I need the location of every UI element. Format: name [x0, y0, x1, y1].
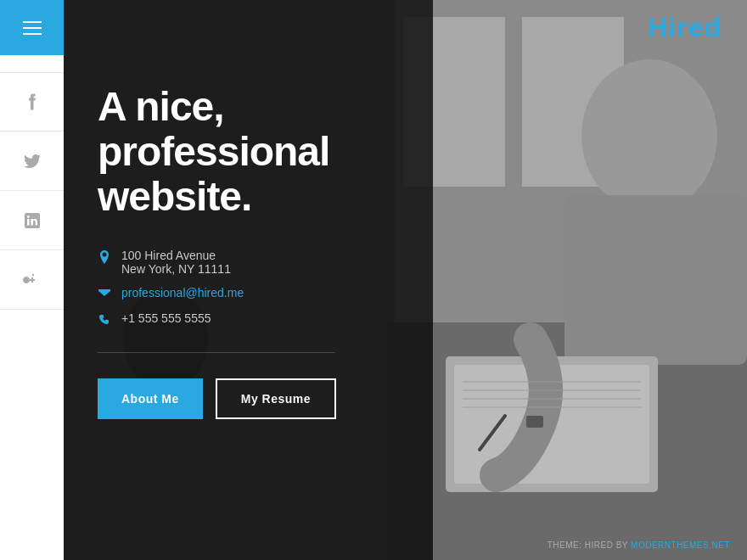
svg-rect-10: [526, 416, 543, 428]
footer: THEME: HIRED BY MODERNTHEMES.NET: [548, 540, 730, 550]
sidebar-header: [0, 0, 64, 55]
phone-icon: [98, 313, 111, 327]
divider: [98, 352, 335, 353]
hero-title: A nice, professional website.: [98, 85, 336, 219]
address-text: 100 Hired Avenue New York, NY 11111: [121, 249, 231, 276]
twitter-icon[interactable]: [0, 132, 64, 191]
hero-content: A nice, professional website. 100 Hired …: [98, 85, 336, 419]
cta-buttons: About Me My Resume: [98, 378, 336, 419]
location-icon: [98, 250, 111, 264]
menu-button[interactable]: [23, 21, 42, 35]
sidebar: [0, 0, 64, 560]
footer-link[interactable]: MODERNTHEMES.NET: [631, 540, 730, 550]
brand-logo: Hired: [648, 12, 722, 43]
social-icons-list: [0, 72, 64, 310]
email-item: professional@hired.me: [98, 286, 336, 301]
linkedin-icon[interactable]: [0, 191, 64, 250]
main-content: Hired A nice, professional website. 100 …: [64, 0, 747, 560]
contact-info: 100 Hired Avenue New York, NY 11111 prof…: [98, 249, 336, 327]
googleplus-icon[interactable]: [0, 250, 64, 310]
address-item: 100 Hired Avenue New York, NY 11111: [98, 249, 336, 276]
phone-item: +1 555 555 5555: [98, 311, 336, 327]
facebook-icon[interactable]: [0, 72, 64, 132]
resume-button[interactable]: My Resume: [216, 378, 336, 419]
svg-point-5: [581, 59, 717, 212]
email-link[interactable]: professional@hired.me: [121, 286, 244, 300]
svg-rect-6: [564, 195, 747, 365]
header-bar: Hired: [64, 0, 747, 55]
about-me-button[interactable]: About Me: [98, 378, 203, 419]
email-icon: [98, 288, 111, 301]
phone-text: +1 555 555 5555: [121, 311, 211, 325]
